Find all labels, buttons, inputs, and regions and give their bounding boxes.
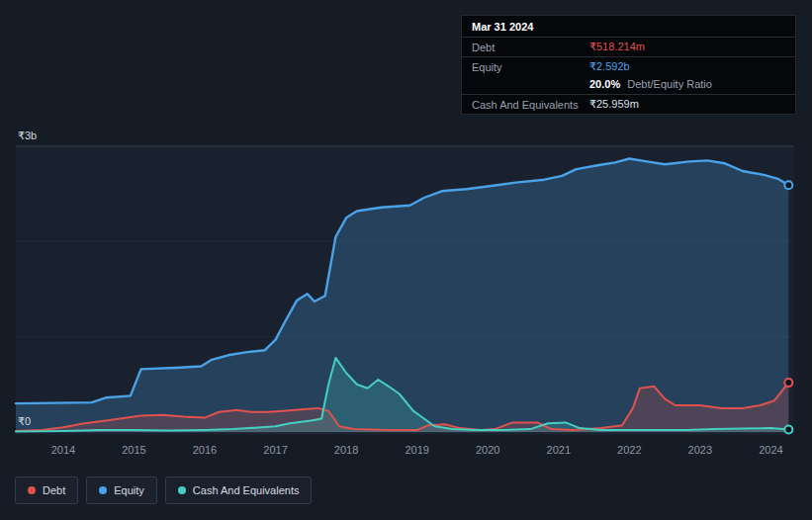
tooltip: Mar 31 2024 Debt ₹518.214m Equity ₹2.592… <box>461 15 796 115</box>
svg-text:2015: 2015 <box>122 444 145 456</box>
equity-dot-icon <box>99 486 107 494</box>
tooltip-cash-value: ₹25.959m <box>589 98 785 111</box>
tooltip-date: Mar 31 2024 <box>462 16 795 37</box>
legend-item-debt[interactable]: Debt <box>15 477 78 504</box>
tooltip-debt-label: Debt <box>472 42 589 53</box>
svg-text:2022: 2022 <box>617 444 641 456</box>
tooltip-equity-value: ₹2.592b <box>589 60 785 73</box>
tooltip-ratio-value: 20.0% <box>589 78 620 90</box>
legend: Debt Equity Cash And Equivalents <box>15 477 312 504</box>
tooltip-cash-row: Cash And Equivalents ₹25.959m <box>462 94 795 114</box>
svg-text:2018: 2018 <box>334 444 358 456</box>
tooltip-ratio-label: Debt/Equity Ratio <box>627 78 712 90</box>
debt-dot-icon <box>28 486 36 494</box>
debt-equity-history-page: 2014201520162017201820192020202120222023… <box>0 0 812 520</box>
svg-text:2017: 2017 <box>263 444 287 456</box>
svg-text:2016: 2016 <box>193 444 217 456</box>
legend-equity-label: Equity <box>114 484 144 496</box>
svg-text:2021: 2021 <box>547 444 571 456</box>
tooltip-ratio-row: 20.0% Debt/Equity Ratio <box>462 76 795 94</box>
svg-text:₹0: ₹0 <box>18 415 31 427</box>
tooltip-debt-row: Debt ₹518.214m <box>462 37 795 56</box>
svg-text:2019: 2019 <box>405 444 428 456</box>
svg-text:2023: 2023 <box>688 444 712 456</box>
legend-item-equity[interactable]: Equity <box>86 477 157 504</box>
legend-item-cash[interactable]: Cash And Equivalents <box>165 477 313 504</box>
cash-dot-icon <box>178 486 186 494</box>
tooltip-equity-row: Equity ₹2.592b <box>462 56 795 76</box>
legend-cash-label: Cash And Equivalents <box>193 484 300 496</box>
svg-text:2020: 2020 <box>476 444 499 456</box>
tooltip-cash-label: Cash And Equivalents <box>472 99 589 111</box>
legend-debt-label: Debt <box>43 484 65 496</box>
tooltip-equity-label: Equity <box>472 61 589 73</box>
svg-text:2024: 2024 <box>759 444 782 456</box>
svg-text:₹3b: ₹3b <box>18 130 37 141</box>
svg-text:2014: 2014 <box>51 444 75 456</box>
tooltip-debt-value: ₹518.214m <box>589 41 785 53</box>
